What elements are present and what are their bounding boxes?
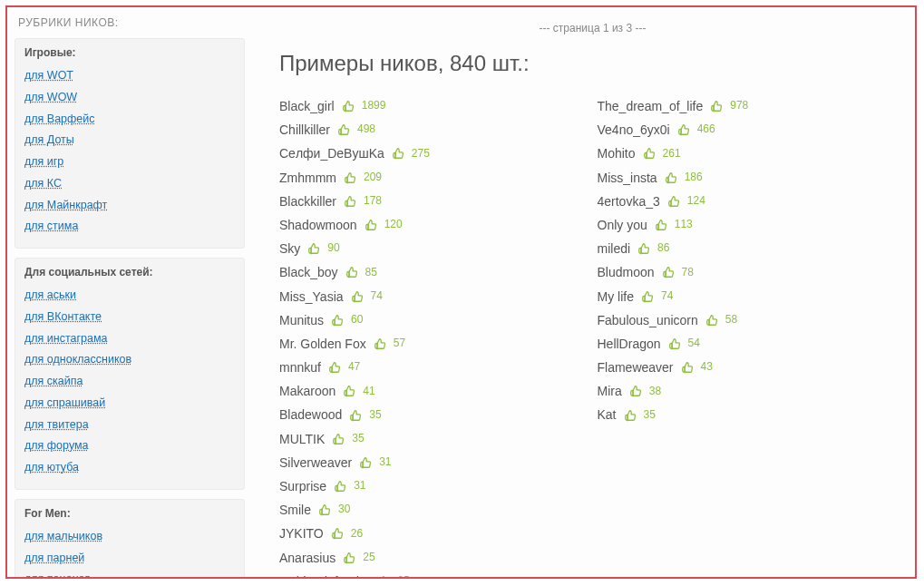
- nick-name[interactable]: My life: [598, 288, 634, 305]
- thumbs-up-icon[interactable]: [337, 123, 350, 136]
- nick-name[interactable]: Miss_Yasia: [279, 288, 344, 305]
- sidebar-link[interactable]: для одноклассников: [24, 353, 131, 366]
- nick-name[interactable]: Goldendefender: [279, 573, 370, 577]
- nick-name[interactable]: Flameweaver: [598, 359, 674, 376]
- nick-name[interactable]: The_dream_of_life: [598, 98, 704, 114]
- sidebar-link[interactable]: для инстаграма: [24, 332, 108, 345]
- thumbs-up-icon[interactable]: [351, 290, 364, 303]
- thumbs-up-icon[interactable]: [365, 219, 377, 231]
- thumbs-up-icon[interactable]: [710, 100, 723, 112]
- sidebar-link[interactable]: для Варфейс: [24, 112, 95, 125]
- thumbs-up-icon[interactable]: [681, 361, 694, 374]
- thumbs-up-icon[interactable]: [334, 480, 346, 493]
- sidebar-link[interactable]: для WOT: [24, 69, 73, 82]
- nick-name[interactable]: Zmhmmm: [279, 170, 336, 186]
- nick-name[interactable]: Kat: [598, 406, 617, 423]
- nick-name[interactable]: Surprise: [279, 478, 326, 494]
- nick-name[interactable]: Mohito: [598, 145, 636, 161]
- sidebar-link[interactable]: для игр: [24, 155, 63, 168]
- sidebar-link[interactable]: для Майнкрафт: [24, 199, 107, 211]
- thumbs-up-icon[interactable]: [705, 314, 718, 327]
- thumbs-up-icon[interactable]: [332, 433, 345, 445]
- nick-name[interactable]: Makaroon: [279, 383, 336, 399]
- thumbs-up-icon[interactable]: [392, 147, 404, 160]
- nick-name[interactable]: miledi: [598, 240, 631, 257]
- thumbs-up-icon[interactable]: [624, 409, 637, 422]
- sidebar-link[interactable]: для мальчиков: [24, 530, 102, 542]
- thumbs-up-icon[interactable]: [349, 409, 362, 422]
- thumbs-up-icon[interactable]: [344, 171, 356, 184]
- sidebar-link[interactable]: для пацанов: [24, 572, 91, 579]
- thumbs-up-icon[interactable]: [374, 337, 386, 350]
- nick-name[interactable]: Silverweaver: [279, 454, 352, 471]
- nick-name[interactable]: Black_boy: [279, 264, 338, 280]
- nick-row: MULTIK35: [279, 431, 588, 447]
- sidebar-item: для стима: [24, 217, 235, 235]
- thumbs-up-icon[interactable]: [629, 385, 642, 397]
- sidebar-link[interactable]: для Доты: [24, 133, 74, 146]
- nick-name[interactable]: Mira: [598, 383, 622, 399]
- thumbs-up-icon[interactable]: [307, 242, 320, 255]
- sidebar-link[interactable]: для аськи: [24, 288, 76, 301]
- sidebar-item: для ВКонтакте: [24, 308, 235, 326]
- thumbs-up-icon[interactable]: [662, 266, 675, 278]
- thumbs-up-icon[interactable]: [331, 527, 344, 540]
- sidebar-link[interactable]: для ВКонтакте: [24, 310, 102, 323]
- thumbs-up-icon[interactable]: [643, 147, 656, 160]
- like-count: 498: [357, 122, 375, 137]
- thumbs-up-icon[interactable]: [637, 242, 650, 255]
- thumbs-up-icon[interactable]: [345, 266, 358, 278]
- nick-name[interactable]: Sky: [279, 240, 300, 257]
- nick-name[interactable]: Blackkiller: [279, 193, 336, 210]
- sidebar-link[interactable]: для КС: [24, 177, 62, 190]
- thumbs-up-icon[interactable]: [328, 361, 341, 374]
- nick-name[interactable]: Only you: [598, 217, 647, 233]
- nick-name[interactable]: mnnkuf: [279, 359, 321, 376]
- thumbs-up-icon[interactable]: [359, 456, 372, 469]
- sidebar-link[interactable]: для стима: [24, 220, 78, 232]
- nick-row: Fabulous_unicorn58: [598, 312, 907, 328]
- nick-name[interactable]: Munitus: [279, 312, 324, 328]
- nick-name[interactable]: Ve4no_6yx0i: [598, 122, 670, 138]
- nick-name[interactable]: Shadowmoon: [279, 217, 357, 233]
- nick-name[interactable]: Black_girl: [279, 98, 335, 114]
- thumbs-up-icon[interactable]: [665, 171, 677, 184]
- sidebar-link[interactable]: для парней: [24, 552, 84, 564]
- sidebar-link[interactable]: для твитера: [24, 418, 89, 431]
- thumbs-up-icon[interactable]: [668, 337, 681, 350]
- thumbs-up-icon[interactable]: [331, 314, 344, 327]
- thumbs-up-icon[interactable]: [667, 195, 680, 208]
- nick-name[interactable]: Chillkiller: [279, 122, 330, 138]
- sidebar-link[interactable]: для скайпа: [24, 375, 83, 387]
- sidebar-link[interactable]: для WOW: [24, 91, 77, 103]
- nick-name[interactable]: Mr. Golden Fox: [279, 336, 366, 352]
- thumbs-up-icon[interactable]: [318, 503, 331, 516]
- nick-name[interactable]: Miss_insta: [598, 170, 657, 186]
- thumbs-up-icon[interactable]: [343, 552, 355, 564]
- like-count: 35: [369, 408, 381, 423]
- nick-name[interactable]: Bludmoon: [598, 264, 655, 280]
- sidebar-item: для одноклассников: [24, 350, 235, 368]
- thumbs-up-icon[interactable]: [377, 575, 390, 577]
- thumbs-up-icon[interactable]: [344, 195, 356, 208]
- like-count: 78: [682, 266, 694, 280]
- nick-row: Black_girl1899: [279, 98, 588, 114]
- nick-name[interactable]: MULTIK: [279, 431, 325, 447]
- thumbs-up-icon[interactable]: [343, 385, 355, 397]
- nick-row: Zmhmmm209: [279, 170, 588, 186]
- nick-name[interactable]: Fabulous_unicorn: [598, 312, 698, 328]
- thumbs-up-icon[interactable]: [342, 100, 355, 112]
- nick-name[interactable]: HellDragon: [598, 336, 661, 352]
- sidebar-link[interactable]: для спрашивай: [24, 396, 105, 409]
- nick-name[interactable]: 4ertovka_3: [598, 193, 660, 210]
- sidebar-link[interactable]: для форума: [24, 439, 89, 452]
- nick-name[interactable]: Ceлфи_DeByшKa: [279, 145, 384, 161]
- thumbs-up-icon[interactable]: [677, 123, 690, 136]
- nick-name[interactable]: Bladewood: [279, 406, 342, 423]
- nick-name[interactable]: Smile: [279, 502, 311, 518]
- thumbs-up-icon[interactable]: [641, 290, 654, 303]
- sidebar-link[interactable]: для ютуба: [24, 461, 79, 474]
- thumbs-up-icon[interactable]: [655, 219, 667, 231]
- nick-name[interactable]: Anarasius: [279, 550, 336, 566]
- nick-name[interactable]: JYKITO: [279, 525, 324, 542]
